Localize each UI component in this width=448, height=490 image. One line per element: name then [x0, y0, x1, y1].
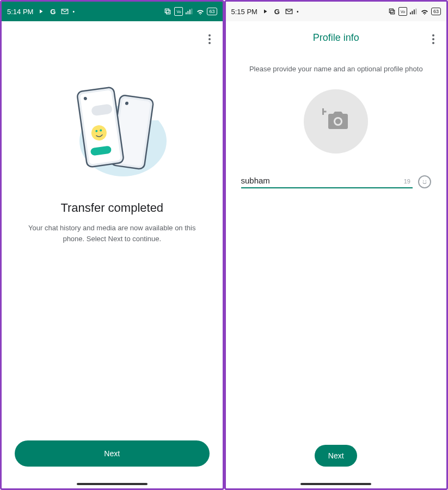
google-icon: G [48, 7, 57, 16]
name-input[interactable] [241, 176, 404, 185]
svg-rect-2 [165, 9, 169, 13]
svg-rect-25 [322, 111, 327, 113]
content-area: Transfer completed Your chat history and… [2, 54, 223, 488]
emoji-icon [421, 178, 428, 186]
wifi-icon [196, 7, 205, 16]
svg-rect-21 [412, 11, 413, 14]
play-icon [36, 7, 45, 16]
battery-icon: 63 [431, 8, 441, 15]
header-title: Profile info [313, 32, 359, 44]
gmail-icon [60, 7, 69, 16]
next-button[interactable]: Next [15, 440, 210, 467]
signal-icon [409, 7, 418, 16]
svg-rect-18 [391, 10, 395, 14]
svg-rect-19 [389, 9, 393, 13]
left-phone-screen: 5:14 PM G • Vo 63 [0, 0, 224, 490]
svg-rect-6 [192, 9, 193, 15]
transfer-illustration [58, 81, 167, 185]
status-bar: 5:15 PM G • Vo 63 [226, 2, 447, 21]
header [2, 21, 223, 54]
char-count: 19 [404, 178, 413, 185]
svg-point-28 [423, 180, 424, 181]
svg-rect-22 [414, 10, 415, 15]
svg-rect-4 [188, 11, 189, 14]
svg-point-27 [335, 119, 341, 124]
home-indicator[interactable] [77, 483, 148, 485]
menu-button[interactable] [429, 31, 438, 47]
svg-rect-23 [415, 9, 416, 15]
menu-button[interactable] [205, 31, 214, 47]
next-button-label: Next [104, 449, 120, 458]
battery-icon: 63 [207, 8, 217, 15]
signal-icon [185, 7, 194, 16]
copy-icon [163, 7, 172, 16]
svg-rect-1 [167, 10, 170, 14]
svg-rect-5 [189, 10, 191, 15]
copy-icon [388, 7, 396, 16]
camera-icon [322, 108, 349, 134]
dot-indicator: • [297, 9, 299, 15]
clock: 5:14 PM [7, 8, 33, 16]
instruction-text: Please provide your name and an optional… [249, 65, 423, 73]
dot-indicator: • [72, 9, 75, 15]
content-area: Please provide your name and an optional… [226, 54, 447, 488]
header: Profile info [226, 21, 447, 54]
emoji-button[interactable] [418, 175, 431, 188]
volte-icon: Vo [174, 7, 183, 16]
svg-rect-20 [410, 13, 411, 15]
wifi-icon [420, 7, 429, 16]
page-subtitle: Your chat history and media are now avai… [15, 223, 210, 244]
clock: 5:15 PM [231, 8, 257, 16]
right-phone-screen: 5:15 PM G • Vo 63 P [224, 0, 449, 490]
name-input-row: 19 [239, 175, 434, 188]
page-title: Transfer completed [60, 201, 163, 215]
status-bar: 5:14 PM G • Vo 63 [2, 2, 223, 21]
next-button[interactable]: Next [315, 445, 357, 467]
gmail-icon [285, 7, 293, 16]
profile-photo-button[interactable] [304, 89, 368, 154]
play-icon [261, 7, 269, 16]
svg-point-29 [425, 180, 426, 181]
google-icon: G [273, 7, 281, 16]
home-indicator[interactable] [300, 483, 371, 485]
next-button-label: Next [328, 451, 344, 460]
volte-icon: Vo [398, 7, 407, 16]
svg-rect-3 [186, 13, 187, 15]
